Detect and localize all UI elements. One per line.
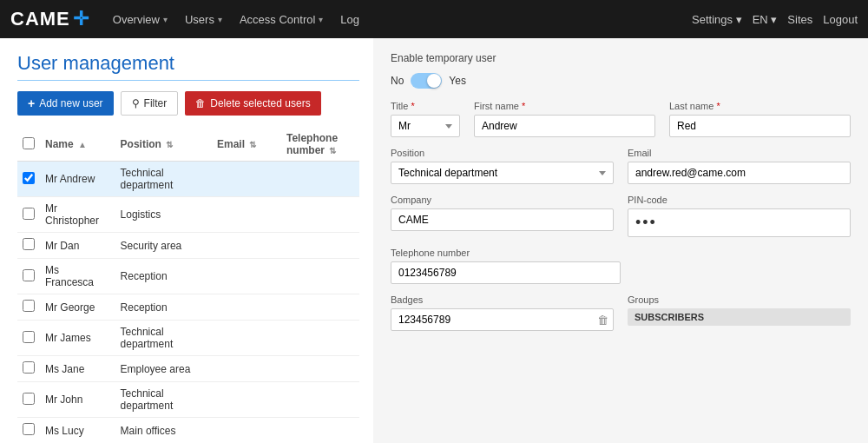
row-email (212, 294, 281, 321)
filter-button[interactable]: ⚲ Filter (121, 91, 179, 116)
table-row[interactable]: Mr Dan Security area (17, 233, 359, 259)
nav-item-log[interactable]: Log (333, 8, 366, 31)
nav-item-overview[interactable]: Overview ▾ (106, 8, 174, 31)
chevron-down-icon: ▾ (319, 15, 323, 24)
col-telephone: Telephone number ⇅ (281, 128, 359, 162)
badges-groups-row: Badges 🗑 Groups SUBSCRIBERS (391, 294, 851, 331)
row-email (212, 259, 281, 294)
row-telephone (281, 356, 359, 382)
row-name: Mr Dan (40, 233, 115, 259)
table-row[interactable]: Mr Christopher Logistics (17, 197, 359, 233)
nav-language[interactable]: EN ▾ (753, 13, 778, 26)
row-checkbox[interactable] (23, 423, 35, 435)
nav-sites[interactable]: Sites (787, 13, 812, 26)
page-title: User management (17, 52, 359, 81)
company-pin-row: Company PIN-code ••• (391, 195, 851, 237)
badge-input-row: 🗑 (391, 308, 614, 331)
brand-plus: ✛ (73, 8, 89, 30)
right-panel: Enable temporary user No Yes Title * Mr … (373, 38, 868, 443)
telephone-label: Telephone number (391, 248, 621, 258)
row-checkbox[interactable] (23, 269, 35, 281)
delete-badge-icon[interactable]: 🗑 (597, 314, 608, 327)
title-group: Title * Mr Ms (391, 101, 460, 137)
last-name-input[interactable] (669, 115, 851, 137)
nav-settings[interactable]: Settings ▾ (692, 13, 742, 26)
table-row[interactable]: Ms Jane Employee area (17, 356, 359, 382)
row-telephone (281, 294, 359, 321)
row-email (212, 321, 281, 356)
table-row[interactable]: Mr John Technical department (17, 382, 359, 418)
row-checkbox[interactable] (23, 331, 35, 343)
nav-item-access-control[interactable]: Access Control ▾ (233, 8, 330, 31)
nav-links: Overview ▾ Users ▾ Access Control ▾ Log (106, 8, 692, 31)
sort-icon: ⇅ (166, 140, 173, 149)
table-row[interactable]: Ms Francesca Reception (17, 259, 359, 294)
row-name: Ms Lucy (40, 418, 115, 444)
row-position: Employee area (115, 356, 212, 382)
toolbar: + Add new user ⚲ Filter 🗑 Delete selecte… (17, 91, 359, 116)
row-email (212, 356, 281, 382)
row-name: Mr John (40, 382, 115, 418)
groups-group: Groups SUBSCRIBERS (628, 294, 851, 331)
pin-display[interactable]: ••• (628, 208, 851, 237)
col-position: Position ⇅ (115, 128, 212, 162)
pin-group: PIN-code ••• (628, 195, 851, 237)
chevron-down-icon: ▾ (771, 13, 777, 26)
enable-temp-toggle[interactable] (411, 73, 442, 89)
title-select[interactable]: Mr Ms (391, 115, 460, 137)
badge-input[interactable] (391, 308, 614, 331)
col-email: Email ⇅ (212, 128, 281, 162)
table-row[interactable]: Mr James Technical department (17, 321, 359, 356)
select-all-checkbox[interactable] (23, 137, 35, 149)
row-name: Ms Francesca (40, 259, 115, 294)
last-name-label: Last name * (669, 101, 851, 111)
nav-item-users[interactable]: Users ▾ (178, 8, 229, 31)
first-name-input[interactable] (474, 115, 655, 137)
chevron-down-icon: ▾ (163, 15, 168, 24)
row-checkbox[interactable] (23, 238, 35, 250)
left-panel: User management + Add new user ⚲ Filter … (0, 38, 373, 443)
nav-logout[interactable]: Logout (823, 13, 858, 26)
row-checkbox[interactable] (23, 300, 35, 312)
row-telephone (281, 321, 359, 356)
row-checkbox[interactable] (23, 393, 35, 405)
row-position: Reception (115, 294, 212, 321)
sort-icon: ⇅ (329, 146, 336, 155)
company-input[interactable] (391, 208, 614, 231)
row-position: Technical department (115, 382, 212, 418)
table-row[interactable]: Ms Lucy Main offices (17, 418, 359, 444)
row-checkbox[interactable] (23, 208, 35, 220)
position-select[interactable]: Technical department (391, 162, 614, 184)
row-name: Mr James (40, 321, 115, 356)
row-checkbox[interactable] (23, 172, 35, 184)
row-telephone (281, 233, 359, 259)
email-label: Email (628, 148, 851, 158)
row-position: Technical department (115, 162, 212, 197)
row-position: Technical department (115, 321, 212, 356)
row-email (212, 418, 281, 444)
toggle-no-label: No (391, 75, 404, 87)
first-name-label: First name * (474, 101, 655, 111)
telephone-input[interactable] (391, 261, 621, 284)
row-email (212, 382, 281, 418)
email-input[interactable] (628, 162, 851, 184)
badges-label: Badges (391, 294, 614, 305)
row-name: Ms Jane (40, 356, 115, 382)
row-name: Mr Andrew (40, 162, 115, 197)
delete-users-button[interactable]: 🗑 Delete selected users (185, 91, 320, 116)
sort-icon: ⇅ (249, 140, 256, 149)
enable-temp-label: Enable temporary user (391, 52, 851, 64)
toggle-row: No Yes (391, 73, 851, 89)
table-row[interactable]: Mr George Reception (17, 294, 359, 321)
row-position: Reception (115, 259, 212, 294)
table-row[interactable]: Mr Andrew Technical department (17, 162, 359, 197)
company-label: Company (391, 195, 614, 205)
row-checkbox[interactable] (23, 361, 35, 374)
add-user-button[interactable]: + Add new user (17, 91, 114, 116)
position-group: Position Technical department (391, 148, 614, 184)
group-tag: SUBSCRIBERS (628, 308, 851, 326)
toggle-thumb (427, 74, 441, 88)
title-label: Title * (391, 101, 460, 111)
position-email-row: Position Technical department Email (391, 148, 851, 184)
company-group: Company (391, 195, 614, 237)
